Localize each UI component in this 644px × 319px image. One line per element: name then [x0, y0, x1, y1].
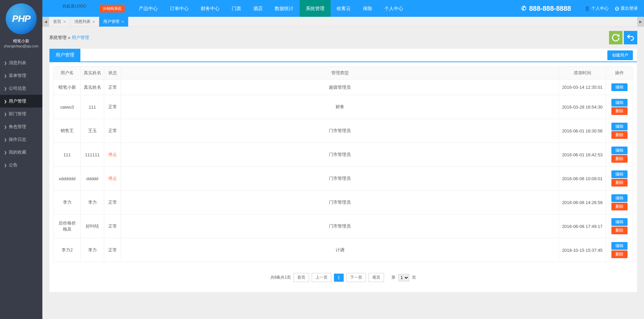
- pagination: 共8条共1页 首页 上一页 1 下一页 尾页 第 1 页: [49, 266, 637, 292]
- breadcrumb-row: 系统管理 > 用户管理: [42, 27, 644, 48]
- close-icon[interactable]: ×: [121, 19, 124, 24]
- distribution-badge[interactable]: 分销商系统: [100, 5, 125, 12]
- top-nav-item-2[interactable]: 财务中心: [195, 0, 226, 17]
- cell-realname: 好纠结: [81, 214, 104, 238]
- tab-label: 首页: [53, 19, 61, 25]
- sidebar-item-6[interactable]: ❯操作日志: [0, 133, 42, 146]
- cell-created: 2016-06-06 14:26:59: [559, 191, 606, 214]
- chevron-right-icon: ❯: [4, 99, 7, 103]
- back-button[interactable]: [624, 31, 637, 44]
- delete-button[interactable]: 删除: [611, 250, 628, 258]
- sidebar-item-8[interactable]: ❯公告: [0, 159, 42, 171]
- top-nav-item-6[interactable]: 系统管理: [300, 0, 331, 17]
- edit-button[interactable]: 编辑: [611, 123, 628, 130]
- page-jump-select[interactable]: 1: [398, 274, 409, 281]
- phone-number: 888-888-8888: [529, 5, 571, 12]
- close-icon[interactable]: ×: [92, 19, 95, 24]
- page-prev[interactable]: 上一页: [312, 273, 331, 282]
- edit-button[interactable]: 编辑: [611, 170, 628, 178]
- tab-row: ◀ 首页×消息列表×用户管理× ▶: [42, 17, 644, 27]
- cell-ops: 编辑删除: [606, 238, 633, 262]
- tab-1[interactable]: 消息列表×: [70, 17, 100, 27]
- tab-scroll-right[interactable]: ▶: [637, 17, 644, 27]
- chevron-right-icon: ❯: [4, 151, 7, 154]
- edit-button[interactable]: 编辑: [611, 147, 628, 154]
- panel-tab[interactable]: 用户管理: [49, 49, 80, 62]
- logo-text: 此处是LOGO: [63, 3, 86, 9]
- delete-button[interactable]: 删除: [611, 107, 628, 115]
- tab-0[interactable]: 首页×: [49, 17, 70, 27]
- sidebar-item-5[interactable]: ❯角色管理: [0, 120, 42, 133]
- col-username: 用户名: [54, 67, 81, 80]
- delete-button[interactable]: 删除: [611, 155, 628, 163]
- edit-button[interactable]: 编辑: [611, 194, 628, 202]
- top-nav-item-0[interactable]: 产品中心: [133, 0, 164, 17]
- cell-username: caiwu3: [54, 95, 81, 119]
- table-row: 销售王王玉正常门市管理员2016-06-01 16:30:56编辑删除: [54, 119, 633, 143]
- top-nav-item-1[interactable]: 订单中心: [164, 0, 195, 17]
- logout-link[interactable]: ⏻ 退出登录: [615, 5, 638, 11]
- col-type: 管理类型: [121, 67, 559, 80]
- cell-ops: 编辑删除: [606, 167, 633, 191]
- tab-scroll-left[interactable]: ◀: [42, 17, 49, 27]
- cell-ops: 编辑删除: [606, 214, 633, 238]
- sidebar-item-2[interactable]: ❯公司信息: [0, 82, 42, 95]
- top-nav-item-4[interactable]: 酒店: [247, 0, 269, 17]
- edit-button[interactable]: 编辑: [611, 83, 628, 91]
- sidebar-item-label: 菜单管理: [9, 73, 26, 79]
- sidebar-user-email: zhanglvbao@qq.com: [4, 44, 39, 48]
- close-icon[interactable]: ×: [63, 19, 66, 24]
- delete-button[interactable]: 删除: [611, 227, 628, 234]
- cell-realname: 李力: [81, 191, 104, 214]
- cell-status: 正常: [104, 95, 121, 119]
- delete-button[interactable]: 删除: [611, 203, 628, 210]
- sidebar-item-7[interactable]: ❯我的收藏: [0, 146, 42, 159]
- refresh-button[interactable]: [609, 31, 622, 44]
- tab-2[interactable]: 用户管理×: [99, 17, 128, 27]
- cell-username: 后价格价格及: [54, 214, 81, 238]
- sidebar-item-4[interactable]: ❯部门管理: [0, 108, 42, 120]
- cell-ops: 编辑: [606, 80, 633, 95]
- page-first[interactable]: 首页: [294, 273, 309, 282]
- delete-button[interactable]: 删除: [611, 179, 628, 187]
- chevron-right-icon: ❯: [4, 74, 7, 78]
- profile-link[interactable]: 👤 个人中心: [584, 5, 609, 11]
- top-nav-item-7[interactable]: 收客云: [331, 0, 357, 17]
- col-status: 状态: [104, 67, 121, 80]
- sidebar-item-1[interactable]: ❯菜单管理: [0, 69, 42, 82]
- top-nav-item-3[interactable]: 门票: [226, 0, 247, 17]
- cell-username: 111: [54, 143, 81, 167]
- top-nav-item-8[interactable]: 保险: [357, 0, 378, 17]
- sidebar-item-0[interactable]: ❯消息列表: [0, 56, 42, 69]
- create-user-button[interactable]: 创建用户: [607, 50, 633, 60]
- edit-button[interactable]: 编辑: [611, 218, 628, 226]
- cell-username: 销售王: [54, 119, 81, 143]
- page-summary: 共8条共1页: [270, 275, 291, 280]
- table-row: 111111111停止门市管理员2016-06-01 16:42:53编辑删除: [54, 143, 633, 167]
- cell-status: 正常: [104, 238, 121, 262]
- sidebar-item-3[interactable]: ❯用户管理: [0, 95, 42, 108]
- page-last[interactable]: 尾页: [369, 273, 384, 282]
- edit-button[interactable]: 编辑: [611, 242, 628, 250]
- delete-button[interactable]: 删除: [611, 131, 628, 139]
- breadcrumb-current[interactable]: 用户管理: [72, 35, 89, 41]
- sidebar-item-label: 公告: [9, 162, 17, 168]
- cell-created: 2016-06-06 10:09:01: [559, 167, 606, 191]
- phone-icon: ✆: [521, 5, 526, 12]
- page-jump-suffix: 页: [412, 275, 416, 280]
- top-nav-item-9[interactable]: 个人中心: [378, 0, 409, 17]
- sidebar-item-label: 部门管理: [9, 111, 26, 117]
- table-row: 后价格价格及好纠结正常门市管理员2016-06-06 17:49:17编辑删除: [54, 214, 633, 238]
- top-nav: 产品中心订单中心财务中心门票酒店数据统计系统管理收客云保险个人中心: [133, 0, 409, 17]
- edit-button[interactable]: 编辑: [611, 99, 628, 107]
- tab-list: 首页×消息列表×用户管理×: [49, 17, 128, 27]
- page-next[interactable]: 下一页: [346, 273, 366, 282]
- user-table: 用户名 真实姓名 状态 管理类型 添加时间 操作 蜡笔小新真实姓名正常超级管理员…: [53, 66, 633, 262]
- chevron-right-icon: ❯: [4, 138, 7, 142]
- chevron-right-icon: ❯: [4, 112, 7, 116]
- cell-username: 蜡笔小新: [54, 80, 81, 95]
- top-nav-item-5[interactable]: 数据统计: [269, 0, 300, 17]
- cell-ops: 编辑删除: [606, 119, 633, 143]
- page-number-current[interactable]: 1: [334, 274, 344, 282]
- sidebar-item-label: 消息列表: [9, 60, 26, 66]
